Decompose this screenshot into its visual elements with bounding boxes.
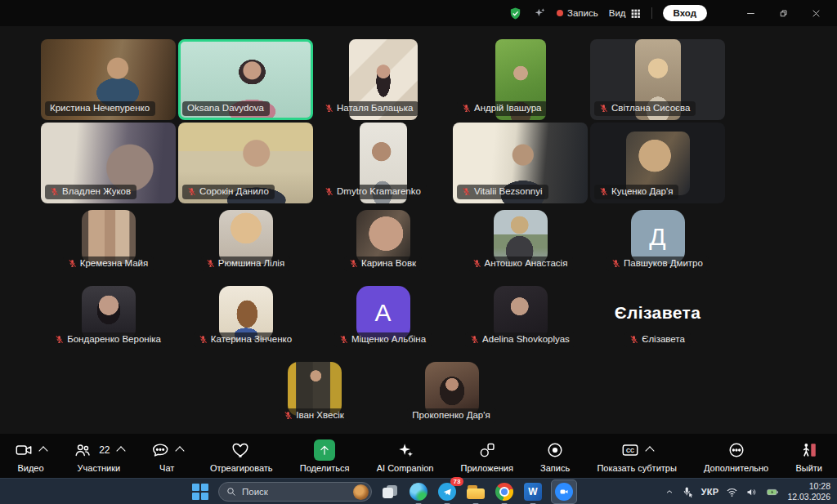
chrome-icon (495, 483, 513, 501)
participant-tile[interactable]: Adelina Shovkoplyas (453, 282, 588, 358)
shield-check-icon[interactable] (508, 7, 522, 20)
participant-name-label: Єлізавета (624, 332, 691, 347)
view-label: Вид (609, 8, 626, 18)
zoom-app-icon (555, 483, 573, 501)
toolbar-leave-button[interactable]: Выйти (795, 439, 822, 473)
toolbar-record-button[interactable]: Запись (540, 439, 570, 473)
muted-mic-icon (339, 335, 348, 344)
toolbar-react-button[interactable]: Отреагировать (210, 439, 273, 473)
participant-name-text: Oksana Davydova (187, 103, 264, 114)
participant-name-text: Кремезна Майя (80, 258, 149, 269)
participant-tile[interactable]: Dmytro Kramarenko (316, 123, 450, 203)
participant-name-text: Антошко Анастасія (485, 258, 568, 269)
taskbar-app-zoom[interactable] (551, 479, 577, 504)
participant-name-text: Бондаренко Вероніка (67, 334, 161, 345)
participant-name-text: Сорокін Данило (199, 186, 269, 197)
toolbar-more-label: Дополнительно (704, 463, 768, 473)
toolbar-ai-button[interactable]: AI Companion (377, 439, 434, 473)
participant-tile[interactable]: ЄлізаветаЄлізавета (590, 282, 725, 358)
participant-tile[interactable]: Карина Вовк (316, 206, 450, 282)
view-button[interactable]: Вид (609, 8, 641, 19)
tray-time: 10:28 (787, 481, 830, 492)
participant-tile[interactable]: Наталя Балацька (316, 39, 450, 120)
restore-button[interactable] (772, 3, 794, 23)
participant-name-label: Кремезна Майя (63, 256, 154, 271)
leave-meeting-icon (800, 441, 818, 459)
close-button[interactable] (804, 3, 827, 23)
participant-name-text: Іван Хвесік (296, 410, 344, 421)
toolbar-captions-button[interactable]: CCПоказать субтитры (597, 439, 677, 473)
language-indicator[interactable]: УКР (701, 487, 719, 497)
participant-tile[interactable]: Іван Хвесік (247, 358, 382, 434)
participant-tile[interactable]: Владлен Жуков (41, 123, 176, 203)
toolbar-participants-button[interactable]: 22Участники (74, 439, 123, 473)
participant-name-label: Adelina Shovkoplyas (465, 332, 575, 347)
grid-view-icon (630, 8, 641, 19)
participant-tile[interactable]: Куценко Дар'я (590, 123, 725, 203)
search-placeholder: Поиск (242, 487, 268, 497)
participant-tile[interactable]: ДПавшуков Дмитро (590, 206, 725, 282)
minimize-button[interactable] (739, 3, 762, 23)
participant-tile[interactable]: Сорокін Данило (178, 123, 313, 203)
word-icon: W (524, 483, 542, 501)
ai-sparkle-icon[interactable] (533, 7, 546, 20)
participant-name-text: Владлен Жуков (62, 186, 131, 197)
participant-tile[interactable]: Андрій Івашура (453, 39, 588, 120)
apps-icon (478, 441, 496, 459)
participant-tile[interactable]: Світлана Сисоєва (590, 39, 725, 120)
taskbar-app-chrome[interactable] (494, 481, 515, 502)
taskbar-app-task-view[interactable] (379, 481, 401, 502)
toolbar-apps-label: Приложения (461, 463, 513, 473)
toolbar-more-button[interactable]: Дополнительно (704, 439, 768, 473)
participant-tile[interactable]: Кристина Нечепуренко (41, 39, 176, 120)
participant-tile[interactable]: Катерина Зінченко (178, 282, 313, 358)
participants-icon (74, 441, 92, 459)
participant-name-text: Dmytro Kramarenko (337, 186, 421, 197)
participant-tile[interactable]: Бондаренко Вероніка (41, 282, 176, 358)
chevron-up-icon[interactable] (645, 446, 654, 455)
participant-name-label: Кристина Нечепуренко (45, 101, 155, 116)
more-ellipsis-icon (727, 441, 745, 459)
participant-row: Іван ХвесікПрокопенко Дар'я (41, 358, 725, 434)
chevron-up-icon[interactable] (175, 446, 184, 455)
tray-chevron-up-icon[interactable] (665, 487, 674, 497)
share-screen-icon (314, 439, 335, 461)
taskbar-app-word[interactable]: W (522, 481, 544, 502)
muted-mic-icon (629, 335, 638, 344)
participants-count: 22 (99, 444, 110, 456)
participant-tile[interactable]: АМіщенко Альбіна (316, 282, 450, 358)
taskbar-app-edge[interactable] (408, 481, 429, 502)
toolbar-chat-button[interactable]: Чат (151, 439, 183, 473)
volume-icon[interactable] (745, 486, 758, 498)
wifi-icon[interactable] (726, 486, 738, 498)
toolbar-leave-label: Выйти (795, 463, 822, 473)
taskbar-app-telegram[interactable]: 73 (436, 481, 458, 502)
start-button[interactable] (190, 481, 211, 502)
chevron-up-icon[interactable] (116, 446, 125, 455)
participant-tile[interactable]: Oksana Davydova (178, 39, 313, 120)
participant-name-label: Бондаренко Вероніка (50, 332, 167, 347)
muted-mic-icon (206, 259, 215, 268)
taskbar-app-explorer[interactable] (465, 481, 486, 502)
participant-name-text: Катерина Зінченко (211, 334, 292, 345)
muted-mic-icon (472, 259, 481, 268)
participant-tile[interactable]: Vitalii Bezsonnyi (453, 123, 588, 203)
toolbar-share-button[interactable]: Поделиться (300, 439, 350, 473)
participant-tile[interactable]: Кремезна Майя (41, 206, 176, 282)
search-highlight-image[interactable] (353, 484, 369, 500)
toolbar-react-label: Отреагировать (210, 463, 273, 473)
participant-tile[interactable]: Рюмшина Лілія (178, 206, 313, 282)
chevron-up-icon[interactable] (38, 446, 47, 455)
sign-in-button[interactable]: Вход (663, 5, 707, 21)
voice-typing-icon[interactable] (682, 486, 694, 498)
search-input[interactable]: Поиск (218, 482, 372, 502)
participant-tile[interactable]: Антошко Анастасія (453, 206, 588, 282)
toolbar-video-button[interactable]: Видео (15, 439, 47, 473)
taskbar-clock[interactable]: 10:28 12.03.2026 (787, 481, 830, 502)
battery-icon[interactable] (765, 486, 780, 498)
toolbar-apps-button[interactable]: Приложения (461, 439, 513, 473)
video-camera-icon (15, 441, 33, 459)
participant-name-label: Сорокін Данило (182, 185, 275, 199)
participant-name-text: Павшуков Дмитро (624, 258, 703, 269)
participant-tile[interactable]: Прокопенко Дар'я (384, 358, 519, 434)
